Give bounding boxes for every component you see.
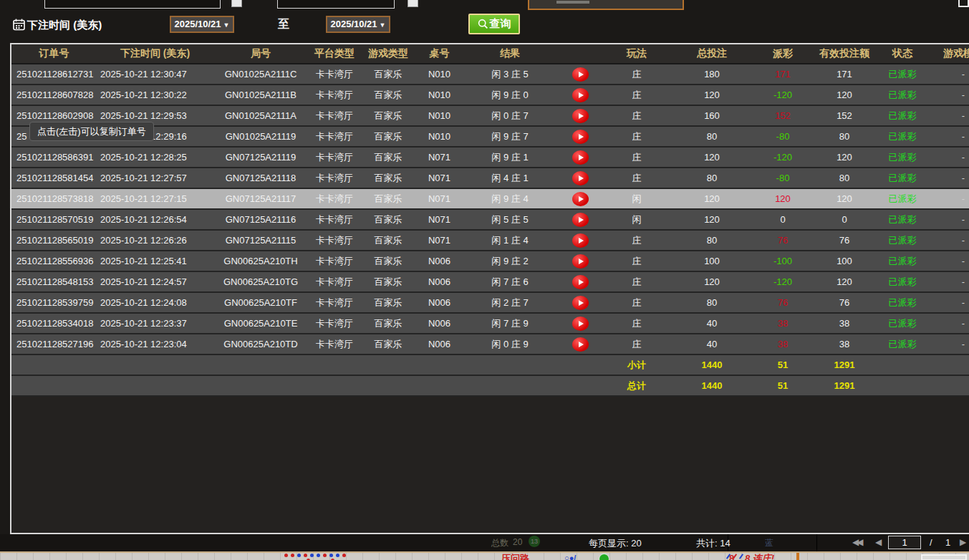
video-cell [556, 150, 604, 165]
table-row[interactable]: 2510211285863912025-10-21 12:28:25GN0712… [11, 148, 969, 168]
video-play-icon[interactable] [572, 192, 589, 206]
page-number-input[interactable] [888, 536, 921, 549]
game-type-cell: 百家乐 [361, 151, 415, 164]
video-play-icon[interactable] [572, 88, 589, 102]
hall-select-cutoff[interactable] [528, 0, 684, 10]
column-header: 游戏模式 [927, 47, 969, 60]
status-cell: 已派彩 [877, 68, 927, 81]
text-input-cutoff-1[interactable] [44, 0, 221, 9]
table-row[interactable]: 2510211285569362025-10-21 12:25:41GN0062… [11, 251, 969, 272]
date-from-select[interactable]: 2025/10/21▼ [170, 16, 234, 33]
bg-roadmap-circles: ○●/ [564, 554, 576, 560]
video-cell [556, 130, 604, 144]
video-play-icon[interactable] [572, 213, 589, 227]
order-cell[interactable]: 251021128565019 [11, 235, 97, 246]
column-header: 有效投注额 [811, 47, 877, 60]
order-cell[interactable]: 251021128612731 [11, 69, 97, 79]
table-row[interactable]: 2510211285271962025-10-21 12:23:04GN0062… [11, 334, 969, 355]
valid-bet-cell: 38 [811, 339, 877, 349]
column-header: 订单号 [11, 47, 97, 60]
valid-bet-cell: 120 [811, 193, 877, 204]
next-page-button[interactable]: ▶ [960, 537, 964, 547]
calendar-icon-cutoff-1[interactable] [231, 0, 242, 7]
chevron-down-icon: ▼ [223, 21, 230, 29]
platform-cell: 卡卡湾厅 [308, 89, 361, 102]
date-to-select[interactable]: 2025/10/21▼ [326, 16, 390, 33]
status-cell: 已派彩 [877, 276, 927, 289]
table-row[interactable]: 2510211285340182025-10-21 12:23:37GN0062… [11, 314, 969, 334]
video-play-icon[interactable] [572, 317, 589, 331]
order-cell[interactable]: 251021128534018 [11, 318, 97, 329]
video-play-icon[interactable] [572, 171, 589, 185]
ghost-text-20: 20 [513, 537, 522, 547]
table-row[interactable]: 2510211286127312025-10-21 12:30:47GN0102… [11, 64, 969, 85]
bg-eight-label: 8 [729, 553, 734, 560]
search-icon [478, 19, 488, 29]
platform-cell: 卡卡湾厅 [308, 130, 361, 143]
game-type-cell: 百家乐 [361, 296, 415, 309]
video-play-icon[interactable] [572, 296, 589, 310]
table-row[interactable]: 2510211285481532025-10-21 12:24:57GN0062… [11, 272, 969, 293]
order-cell[interactable]: 251021128570519 [11, 214, 97, 225]
table-row[interactable]: 2510211285814542025-10-21 12:27:57GN0712… [11, 168, 969, 189]
bg-roadmap-dot [284, 554, 288, 557]
calendar-icon-cutoff-2[interactable] [408, 0, 418, 7]
order-cell[interactable]: 251021128556936 [11, 256, 97, 266]
bet-time-cell: 2025-10-21 12:23:37 [97, 318, 213, 329]
table-no-cell: N010 [415, 90, 463, 100]
order-cell[interactable]: 251021128581454 [11, 173, 97, 183]
table-no-cell: N071 [415, 152, 463, 163]
game-no-cell: GN01025A2111C [213, 69, 308, 79]
ghost-text-blue: 蓝 [765, 537, 773, 549]
video-cell [556, 337, 604, 352]
payout-cell: 38 [754, 318, 811, 329]
game-no-cell: GN01025A2111B [213, 90, 308, 100]
table-no-cell: N071 [415, 173, 463, 183]
bet-time-cell: 2025-10-21 12:30:22 [97, 90, 213, 100]
order-cell[interactable]: 251021128607828 [11, 90, 97, 100]
video-play-icon[interactable] [572, 109, 589, 123]
search-button[interactable]: 查询 [468, 14, 520, 34]
order-cell[interactable]: 251021128539759 [11, 297, 97, 308]
total-bet-cell: 120 [670, 90, 754, 100]
bet-time-cell: 2025-10-21 12:24:57 [97, 276, 213, 287]
table-row[interactable]: 2510211285650192025-10-21 12:26:26GN0712… [11, 231, 969, 251]
prev-page-button[interactable]: ◀ [875, 537, 879, 547]
table-row[interactable]: 2510211286078282025-10-21 12:30:22GN0102… [11, 85, 969, 106]
order-cell[interactable]: 251021128586391 [11, 152, 97, 163]
first-page-button[interactable]: ◀◀ [852, 537, 861, 547]
calendar-icon [13, 19, 25, 34]
game-mode-cell: - [927, 193, 969, 204]
valid-bet-cell: 120 [811, 276, 877, 287]
order-cell[interactable]: 251021128527196 [11, 339, 97, 349]
bet-time-cell: 2025-10-21 12:24:08 [97, 297, 213, 308]
video-play-icon[interactable] [572, 275, 589, 289]
video-play-icon[interactable] [572, 337, 589, 352]
payout-cell: 171 [754, 69, 811, 79]
game-type-cell: 百家乐 [361, 89, 415, 102]
video-play-icon[interactable] [572, 67, 589, 82]
status-cell: 已派彩 [877, 172, 927, 185]
bg-roadmap-dot [317, 554, 320, 557]
total-bet-cell: 100 [670, 256, 754, 266]
totals-label: 总计 [604, 380, 670, 392]
video-play-icon[interactable] [572, 254, 589, 269]
table-row[interactable]: 2510211285397592025-10-21 12:24:08GN0062… [11, 293, 969, 314]
total-pages-label: 1 [945, 537, 950, 548]
text-input-cutoff-2[interactable] [277, 0, 395, 9]
order-cell[interactable]: 251021128548153 [11, 276, 97, 287]
order-cell[interactable]: 251021128573818 [11, 193, 97, 204]
game-no-cell: GN07125A21119 [213, 152, 308, 163]
result-cell: 闲 7 庄 6 [463, 276, 556, 289]
result-cell: 闲 9 庄 7 [463, 130, 556, 143]
table-row[interactable]: 2510211285738182025-10-21 12:27:15GN0712… [11, 189, 969, 210]
table-row[interactable]: 2510211285705192025-10-21 12:26:54GN0712… [11, 210, 969, 231]
video-play-icon[interactable] [572, 150, 589, 165]
order-cell[interactable]: 251021128602908 [11, 110, 97, 121]
game-mode-cell: - [927, 235, 969, 246]
video-play-icon[interactable] [572, 233, 589, 248]
game-no-cell: GN00625A210TD [213, 339, 308, 349]
table-row[interactable]: 2510211286029082025-10-21 12:29:53GN0102… [11, 106, 969, 127]
video-play-icon[interactable] [572, 130, 589, 144]
table-row[interactable]: 252025-10-21 12:29:16GN01025A21119卡卡湾厅百家… [11, 127, 969, 148]
